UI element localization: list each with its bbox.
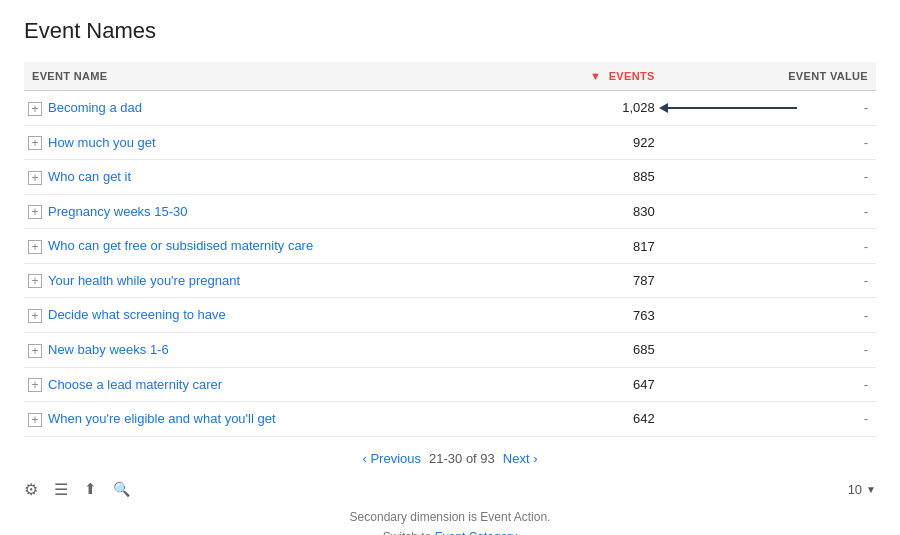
row-name-label[interactable]: Decide what screening to have (48, 307, 226, 322)
table-row: +Becoming a dad1,028- (24, 91, 876, 126)
row-name-cell: +Becoming a dad (24, 91, 502, 126)
previous-page-link[interactable]: ‹ Previous (363, 451, 422, 466)
expand-icon[interactable]: + (28, 378, 42, 392)
row-name-label[interactable]: Who can get it (48, 169, 131, 184)
row-value-cell: - (735, 194, 876, 229)
row-events-cell: 642 (502, 402, 735, 437)
row-name-cell: +How much you get (24, 125, 502, 160)
row-name-label[interactable]: How much you get (48, 135, 156, 150)
expand-icon[interactable]: + (28, 136, 42, 150)
rows-count-label: 10 (848, 482, 862, 497)
row-events-cell: 817 (502, 229, 735, 264)
table-row: +When you're eligible and what you'll ge… (24, 402, 876, 437)
row-name-label[interactable]: Your health while you're pregnant (48, 273, 240, 288)
table-row: +Who can get free or subsidised maternit… (24, 229, 876, 264)
row-value-cell: - (735, 332, 876, 367)
row-name-cell: +Pregnancy weeks 15-30 (24, 194, 502, 229)
toolbar-left: ⚙ ☰ ⬆ 🔍 (24, 480, 130, 499)
row-name-cell: +Your health while you're pregnant (24, 263, 502, 298)
row-events-value: 817 (633, 239, 655, 254)
expand-icon[interactable]: + (28, 309, 42, 323)
expand-icon[interactable]: + (28, 344, 42, 358)
pagination-info: 21-30 of 93 (429, 451, 495, 466)
row-name-label[interactable]: New baby weeks 1-6 (48, 342, 169, 357)
row-value-cell: - (735, 125, 876, 160)
next-page-link[interactable]: Next › (503, 451, 538, 466)
sort-arrow-icon: ▼ (590, 70, 601, 82)
toolbar: ⚙ ☰ ⬆ 🔍 10 ▼ (24, 472, 876, 503)
row-events-cell: 763 (502, 298, 735, 333)
row-name-label[interactable]: Pregnancy weeks 15-30 (48, 204, 187, 219)
col-header-events: ▼ EVENTS (502, 62, 735, 91)
row-value-cell: - (735, 298, 876, 333)
chevron-down-icon[interactable]: ▼ (866, 484, 876, 495)
expand-icon[interactable]: + (28, 274, 42, 288)
secondary-note: Secondary dimension is Event Action. (350, 510, 551, 524)
row-name-label[interactable]: Who can get free or subsidised maternity… (48, 238, 313, 253)
row-events-value: 647 (633, 377, 655, 392)
expand-icon[interactable]: + (28, 240, 42, 254)
row-events-value: 1,028 (622, 100, 655, 115)
row-name-cell: +Who can get it (24, 160, 502, 195)
row-events-cell: 885 (502, 160, 735, 195)
row-value-cell: - (735, 367, 876, 402)
table-row: +Your health while you're pregnant787- (24, 263, 876, 298)
row-events-value: 922 (633, 135, 655, 150)
export-icon[interactable]: ⬆ (84, 480, 97, 498)
row-events-cell: 647 (502, 367, 735, 402)
row-value-cell: - (735, 229, 876, 264)
switch-category-link[interactable]: Event Category (435, 530, 518, 535)
row-name-cell: +When you're eligible and what you'll ge… (24, 402, 502, 437)
expand-icon[interactable]: + (28, 413, 42, 427)
search-icon[interactable]: 🔍 (113, 481, 130, 497)
row-events-value: 787 (633, 273, 655, 288)
row-name-label[interactable]: When you're eligible and what you'll get (48, 411, 276, 426)
pagination: ‹ Previous 21-30 of 93 Next › (24, 437, 876, 472)
row-name-cell: +New baby weeks 1-6 (24, 332, 502, 367)
row-events-value: 763 (633, 308, 655, 323)
table-row: +Who can get it885- (24, 160, 876, 195)
row-name-label[interactable]: Choose a lead maternity carer (48, 377, 222, 392)
table-row: +New baby weeks 1-6685- (24, 332, 876, 367)
expand-icon[interactable]: + (28, 102, 42, 116)
table-row: +How much you get922- (24, 125, 876, 160)
row-value-cell: - (735, 160, 876, 195)
switch-label: Switch to (383, 530, 432, 535)
row-events-value: 642 (633, 411, 655, 426)
arrow-head-icon (659, 103, 668, 113)
table-row: +Decide what screening to have763- (24, 298, 876, 333)
row-events-cell: 922 (502, 125, 735, 160)
row-name-cell: +Who can get free or subsidised maternit… (24, 229, 502, 264)
row-value-cell: - (735, 263, 876, 298)
row-events-cell: 685 (502, 332, 735, 367)
row-events-value: 885 (633, 169, 655, 184)
row-name-cell: +Decide what screening to have (24, 298, 502, 333)
expand-icon[interactable]: + (28, 171, 42, 185)
row-events-value: 830 (633, 204, 655, 219)
page-title: Event Names (24, 18, 876, 44)
row-events-cell: 787 (502, 263, 735, 298)
row-events-value: 685 (633, 342, 655, 357)
row-value-cell: - (735, 402, 876, 437)
row-events-cell: 830 (502, 194, 735, 229)
gear-icon[interactable]: ⚙ (24, 480, 38, 499)
table-row: +Choose a lead maternity carer647- (24, 367, 876, 402)
expand-icon[interactable]: + (28, 205, 42, 219)
row-name-cell: +Choose a lead maternity carer (24, 367, 502, 402)
row-events-cell: 1,028 (502, 91, 735, 126)
table-icon[interactable]: ☰ (54, 480, 68, 499)
table-row: +Pregnancy weeks 15-30830- (24, 194, 876, 229)
footer-note: Secondary dimension is Event Action. Swi… (24, 503, 876, 535)
rows-per-page: 10 ▼ (848, 482, 876, 497)
col-header-event-value: EVENT VALUE (735, 62, 876, 91)
row-name-label[interactable]: Becoming a dad (48, 100, 142, 115)
col-header-event-name: EVENT NAME (24, 62, 502, 91)
event-names-table: EVENT NAME ▼ EVENTS EVENT VALUE +Becomin… (24, 62, 876, 437)
row-value-cell: - (735, 91, 876, 126)
